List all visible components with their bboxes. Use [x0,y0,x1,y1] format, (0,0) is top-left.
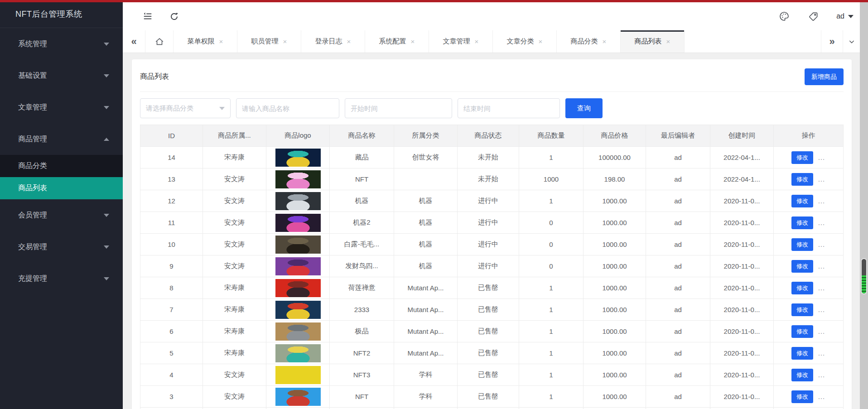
topbar-left [123,10,180,22]
more-actions-icon[interactable]: … [818,306,825,314]
tab-登录日志[interactable]: 登录日志 × [301,30,365,53]
edit-button[interactable]: 修改 [791,282,813,294]
cell-editor: ad [646,255,710,277]
edit-button[interactable]: 修改 [791,303,813,316]
more-actions-icon[interactable]: … [818,154,825,162]
collapse-sidebar-icon[interactable] [142,10,154,22]
cell-price: 1000.00 [583,321,646,342]
cell-owner: 安文涛 [203,190,266,212]
tab-close-icon[interactable]: × [539,38,543,45]
tab-文章分类[interactable]: 文章分类 × [493,30,557,53]
cell-status: 已售罄 [458,364,519,386]
cell-created: 2020-11-0... [710,342,774,364]
product-name-input[interactable] [236,98,339,118]
cell-logo [266,342,330,364]
cell-editor: ad [646,212,710,234]
refresh-icon[interactable] [168,10,180,22]
cell-owner: 安文涛 [203,408,266,409]
tab-close-icon[interactable]: × [347,38,351,45]
table-body: 14 宋寿康 藏品 创世女将 未开始 1 100000.00 ad 2022-0… [140,147,844,409]
theme-palette-icon[interactable] [778,10,790,22]
tab-close-icon[interactable]: × [219,38,223,45]
tabs-scroll-left-button[interactable]: « [123,30,145,53]
sidebar-item-商品列表[interactable]: 商品列表 [0,177,123,199]
tab-label: 菜单权限 [188,37,215,46]
more-actions-icon[interactable]: … [818,175,825,183]
tabs-menu-button[interactable] [843,30,860,53]
cell-logo [266,386,330,408]
sidebar-item-基础设置[interactable]: 基础设置 [0,60,123,91]
home-tab[interactable] [145,30,174,53]
product-logo-image [275,192,321,210]
scrollbar-thumb[interactable] [861,258,867,294]
sidebar-item-商品分类[interactable]: 商品分类 [0,155,123,177]
tab-职员管理[interactable]: 职员管理 × [237,30,301,53]
cell-category [394,168,458,190]
sidebar-item-充提管理[interactable]: 充提管理 [0,263,123,294]
tabs-scroll-right-button[interactable]: » [821,30,843,53]
search-button[interactable]: 查询 [565,98,603,118]
tab-商品列表[interactable]: 商品列表 × [621,30,685,53]
cell-created: 2020-11-0... [710,364,774,386]
chevron-icon [104,138,109,141]
column-header: 商品数量 [519,125,583,147]
cell-logo [266,408,330,409]
more-actions-icon[interactable]: … [818,219,825,227]
tab-文章管理[interactable]: 文章管理 × [429,30,493,53]
edit-button[interactable]: 修改 [791,195,813,207]
start-time-input[interactable] [345,98,452,118]
more-actions-icon[interactable]: … [818,284,825,292]
tab-close-icon[interactable]: × [411,38,415,45]
edit-button[interactable]: 修改 [791,173,813,186]
cell-category: 机器 [394,234,458,255]
edit-button[interactable]: 修改 [791,238,813,251]
edit-button[interactable]: 修改 [791,369,813,381]
cell-logo [266,364,330,386]
cell-status: 进行中 [458,212,519,234]
sidebar-item-系统管理[interactable]: 系统管理 [0,28,123,60]
more-actions-icon[interactable]: … [818,349,825,357]
cell-actions: 修改 … [774,277,844,299]
cell-status: 进行中 [458,190,519,212]
more-actions-icon[interactable]: … [818,197,825,205]
sidebar-item-商品管理[interactable]: 商品管理 [0,123,123,155]
cell-editor: ad [646,408,710,409]
cell-status: 进行中 [458,234,519,255]
cell-status: 已售罄 [458,321,519,342]
tag-icon[interactable] [807,10,819,22]
product-logo-image [275,322,321,341]
tab-菜单权限[interactable]: 菜单权限 × [174,30,237,53]
tab-商品分类[interactable]: 商品分类 × [557,30,621,53]
cell-id: 12 [140,190,203,212]
end-time-input[interactable] [458,98,560,118]
cell-price: 1000.00 [583,255,646,277]
cell-name: NFT2 [330,342,394,364]
more-actions-icon[interactable]: … [818,327,825,336]
tab-close-icon[interactable]: × [666,38,670,45]
more-actions-icon[interactable]: … [818,262,825,270]
edit-button[interactable]: 修改 [791,325,813,338]
edit-button[interactable]: 修改 [791,390,813,403]
category-select[interactable]: 请选择商品分类 [140,98,231,118]
user-menu[interactable]: ad [836,12,854,20]
more-actions-icon[interactable]: … [818,241,825,249]
cell-id: 7 [140,299,203,321]
edit-button[interactable]: 修改 [791,347,813,360]
tab-close-icon[interactable]: × [603,38,607,45]
more-actions-icon[interactable]: … [818,371,825,379]
add-product-button[interactable]: 新增商品 [805,68,844,85]
edit-button[interactable]: 修改 [791,151,813,164]
cell-name: 机器2 [330,212,394,234]
sidebar-item-文章管理[interactable]: 文章管理 [0,91,123,123]
tab-close-icon[interactable]: × [283,38,287,45]
table-row: 3 安文涛 NFT 学科 已售罄 1 1000.00 ad 2020-11-0.… [140,386,844,408]
sidebar-item-会员管理[interactable]: 会员管理 [0,199,123,231]
edit-button[interactable]: 修改 [791,217,813,229]
tab-系统配置[interactable]: 系统配置 × [365,30,429,53]
more-actions-icon[interactable]: … [818,393,825,401]
tab-close-icon[interactable]: × [475,38,479,45]
sidebar-item-交易管理[interactable]: 交易管理 [0,231,123,263]
page-scrollbar[interactable] [860,0,868,409]
edit-button[interactable]: 修改 [791,260,813,273]
cell-editor: ad [646,386,710,408]
